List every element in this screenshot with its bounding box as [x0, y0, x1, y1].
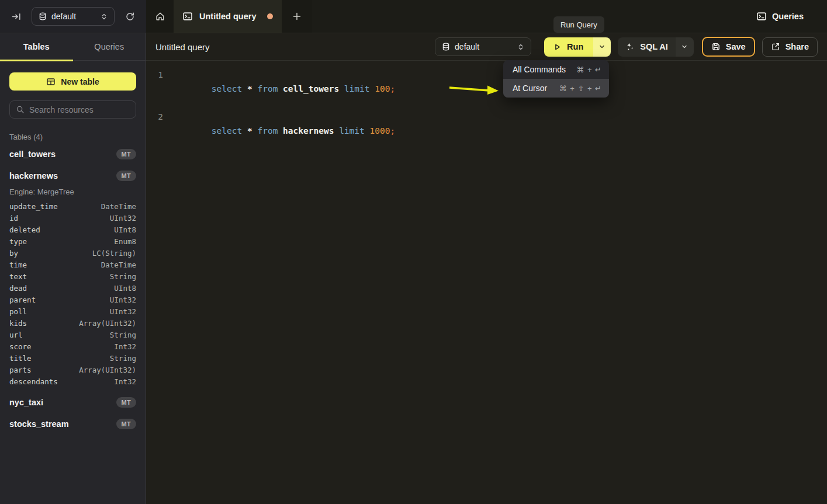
table-name: nyc_taxi: [9, 398, 43, 407]
column-row[interactable]: kids Array(UInt32): [9, 317, 136, 329]
menu-item-at-cursor[interactable]: At Cursor ⌘ + ⇧ + ↵: [503, 79, 609, 98]
code-token: ;: [390, 126, 395, 135]
search-resources-input[interactable]: [29, 105, 130, 114]
menu-item-shortcut: ⌘ + ↵: [576, 65, 602, 74]
queries-button-label: Queries: [772, 12, 804, 21]
table-row-stocks-stream[interactable]: stocks_stream MT: [9, 415, 136, 433]
tab-untitled-query[interactable]: Untitled query: [174, 0, 282, 33]
sql-ai-button[interactable]: SQL AI: [618, 37, 676, 57]
code-token: select: [212, 126, 242, 135]
terminal-icon: [182, 11, 193, 22]
column-row[interactable]: poll UInt32: [9, 305, 136, 317]
search-icon: [16, 105, 25, 114]
tooltip-text: Run Query: [560, 20, 597, 29]
queries-button[interactable]: Queries: [748, 6, 812, 26]
code-token: limit: [344, 84, 370, 93]
code-token: *: [247, 126, 252, 135]
save-button[interactable]: Save: [702, 37, 755, 57]
column-row[interactable]: by LC(String): [9, 247, 136, 259]
home-tab[interactable]: [146, 0, 174, 33]
refresh-button[interactable]: [121, 8, 139, 25]
topbar-spacer: [312, 0, 748, 33]
sparkle-icon: [625, 42, 635, 51]
column-row[interactable]: descendants Int32: [9, 376, 136, 387]
column-name: dead: [9, 284, 27, 293]
column-name: text: [9, 272, 27, 281]
column-row[interactable]: type Enum8: [9, 235, 136, 247]
new-tab-button[interactable]: [282, 0, 312, 33]
column-row[interactable]: id UInt32: [9, 212, 136, 224]
code-token: cell_towers: [283, 84, 339, 93]
column-type: DateTime: [101, 260, 136, 269]
menu-item-all-commands[interactable]: All Commands ⌘ + ↵: [503, 60, 609, 79]
column-name: id: [9, 214, 18, 223]
column-row[interactable]: url String: [9, 329, 136, 340]
table-row-cell-towers[interactable]: cell_towers MT: [9, 145, 136, 163]
column-name: parts: [9, 366, 32, 374]
sql-console-app: default: [0, 0, 827, 504]
new-table-button[interactable]: New table: [9, 72, 136, 91]
column-row[interactable]: score Int32: [9, 340, 136, 352]
tab-title: Untitled query: [199, 12, 256, 21]
sql-ai-dropdown-button[interactable]: [676, 37, 694, 57]
column-type: Array(UInt32): [79, 366, 136, 374]
column-type: LC(String): [92, 249, 136, 258]
new-table-label: New table: [61, 77, 99, 86]
table-icon: [46, 77, 56, 86]
column-type: Int32: [114, 377, 136, 386]
code-token: 1000: [370, 126, 390, 135]
table-row-hackernews[interactable]: hackernews MT: [9, 166, 136, 185]
engine-badge: MT: [116, 149, 136, 159]
line-number: 1: [147, 68, 163, 110]
save-button-label: Save: [726, 42, 746, 51]
database-icon: [442, 43, 450, 51]
database-icon: [39, 12, 47, 21]
toolbar-database-select[interactable]: default: [435, 37, 531, 56]
share-button-label: Share: [786, 42, 809, 51]
sql-ai-label: SQL AI: [640, 42, 668, 51]
engine-badge: MT: [116, 419, 136, 429]
code-token: [242, 126, 247, 135]
column-name: type: [9, 237, 27, 246]
collapse-sidebar-button[interactable]: [8, 8, 25, 25]
column-row[interactable]: title String: [9, 352, 136, 364]
table-row-nyc-taxi[interactable]: nyc_taxi MT: [9, 393, 136, 411]
save-icon: [711, 42, 721, 51]
refresh-icon: [125, 12, 135, 22]
run-split-button: Run: [544, 37, 611, 57]
column-row[interactable]: parent UInt32: [9, 294, 136, 305]
menu-item-shortcut: ⌘ + ⇧ + ↵: [559, 84, 602, 93]
column-type: Array(UInt32): [79, 319, 136, 328]
column-row[interactable]: time DateTime: [9, 259, 136, 270]
column-row[interactable]: parts Array(UInt32): [9, 364, 136, 376]
code-token: limit: [339, 126, 365, 135]
column-row[interactable]: deleted UInt8: [9, 224, 136, 235]
code-line-1[interactable]: 1 select * from cell_towers limit 100;: [147, 68, 827, 110]
column-name: poll: [9, 307, 27, 316]
code-line-2[interactable]: 2 select * from hackernews limit 1000;: [147, 110, 827, 152]
menu-item-label: At Cursor: [513, 84, 547, 93]
sidebar-tab-queries[interactable]: Queries: [73, 33, 146, 60]
run-button[interactable]: Run: [544, 37, 593, 57]
sql-editor[interactable]: 1 select * from cell_towers limit 100; 2…: [147, 61, 827, 504]
code-token: [278, 84, 283, 93]
column-name: kids: [9, 319, 27, 328]
share-button[interactable]: Share: [762, 37, 818, 57]
column-list: update_time DateTime id UInt32 deleted U…: [9, 200, 136, 387]
code-token: [278, 126, 283, 135]
column-row[interactable]: text String: [9, 270, 136, 282]
run-button-label: Run: [567, 42, 583, 51]
search-box[interactable]: [9, 100, 136, 119]
column-row[interactable]: update_time DateTime: [9, 200, 136, 212]
unsaved-changes-dot: [267, 13, 273, 19]
topbar-left-section: default: [0, 0, 146, 33]
column-name: time: [9, 260, 27, 269]
sidebar-tab-tables[interactable]: Tables: [0, 33, 73, 60]
topbar-database-select[interactable]: default: [32, 7, 115, 26]
bottom-tables: nyc_taxi MT stocks_stream MT: [9, 393, 136, 433]
code-token: [242, 84, 247, 93]
column-name: deleted: [9, 225, 40, 234]
run-options-dropdown-button[interactable]: [593, 37, 611, 57]
column-row[interactable]: dead UInt8: [9, 282, 136, 294]
table-name: hackernews: [9, 171, 58, 180]
